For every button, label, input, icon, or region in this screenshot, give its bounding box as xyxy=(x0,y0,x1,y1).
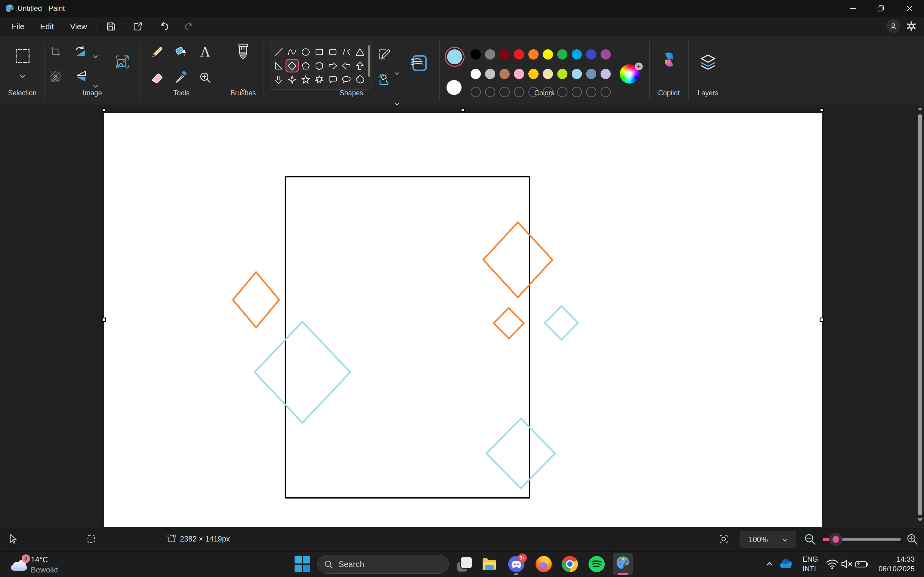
menu-view[interactable]: View xyxy=(66,17,92,36)
file-explorer-button[interactable] xyxy=(481,556,498,572)
shape-arrow-right[interactable] xyxy=(326,59,339,73)
add-color-icon[interactable]: + xyxy=(635,63,643,70)
shape-outline-chevron[interactable] xyxy=(395,70,399,75)
shape-callout-oval[interactable] xyxy=(340,73,353,86)
canvas-handle-top-left[interactable] xyxy=(102,108,106,112)
foreground-color-selected[interactable] xyxy=(445,47,465,67)
shape-rectangle[interactable] xyxy=(313,45,326,59)
palette-color-swatch[interactable] xyxy=(557,69,567,79)
shape-callout-cloud[interactable] xyxy=(353,73,367,86)
crop-button[interactable] xyxy=(48,45,63,59)
zoom-out-button[interactable] xyxy=(803,533,817,547)
palette-color-swatch[interactable] xyxy=(601,69,611,79)
shape-rounded-rectangle[interactable] xyxy=(326,45,339,59)
menu-file[interactable]: File xyxy=(6,17,29,36)
rotate-button[interactable] xyxy=(73,45,87,59)
zoom-in-button[interactable] xyxy=(906,533,919,547)
weather-widget[interactable]: 3 14°C Bewolkt xyxy=(11,557,89,576)
palette-color-swatch[interactable] xyxy=(586,69,596,79)
zoom-slider-thumb[interactable] xyxy=(829,533,842,546)
palette-color-swatch[interactable] xyxy=(557,49,567,60)
menu-edit[interactable]: Edit xyxy=(36,17,58,36)
canvas-handle-top-center[interactable] xyxy=(460,108,465,112)
firefox-button[interactable] xyxy=(535,556,552,572)
shape-outline-button[interactable] xyxy=(377,47,391,61)
spotify-button[interactable] xyxy=(588,556,605,572)
taskbar-search[interactable]: Search xyxy=(317,555,449,574)
palette-color-swatch[interactable] xyxy=(572,49,582,60)
palette-color-swatch[interactable] xyxy=(485,69,495,79)
canvas-handle-mid-right[interactable] xyxy=(820,318,824,322)
rotate-dropdown-chevron[interactable] xyxy=(93,53,98,58)
shape-fill-button[interactable] xyxy=(377,73,391,87)
stroke-size-button[interactable] xyxy=(410,55,427,72)
shape-star-6[interactable] xyxy=(313,73,326,86)
palette-color-swatch[interactable] xyxy=(601,49,611,60)
zoom-level-dropdown[interactable]: 100% xyxy=(740,531,796,548)
onedrive-button[interactable] xyxy=(778,556,795,572)
shape-ellipse[interactable] xyxy=(299,45,312,59)
palette-color-swatch[interactable] xyxy=(543,49,553,60)
shape-diamond[interactable] xyxy=(286,59,299,73)
selection-tool-button[interactable] xyxy=(15,48,31,64)
redo-button[interactable] xyxy=(182,20,195,33)
remove-background-button[interactable] xyxy=(48,69,63,84)
color-picker-tool-button[interactable] xyxy=(174,70,188,85)
shapes-gallery-scrollbar[interactable] xyxy=(368,45,370,77)
shape-star-5[interactable] xyxy=(299,73,312,86)
account-button[interactable] xyxy=(886,19,900,33)
shape-arrow-down[interactable] xyxy=(272,73,285,86)
start-button[interactable] xyxy=(294,556,311,572)
eraser-tool-button[interactable] xyxy=(150,70,164,85)
palette-color-swatch[interactable] xyxy=(499,49,510,60)
save-button[interactable] xyxy=(104,20,117,33)
brushes-button[interactable] xyxy=(235,43,251,62)
wifi-button[interactable] xyxy=(824,556,841,572)
shape-arrow-up[interactable] xyxy=(353,59,367,73)
selection-dropdown-chevron[interactable] xyxy=(20,73,25,78)
copilot-button[interactable] xyxy=(660,50,678,69)
palette-color-swatch[interactable] xyxy=(470,69,481,79)
shape-pentagon[interactable] xyxy=(299,59,312,73)
shape-arrow-left[interactable] xyxy=(340,59,353,73)
palette-color-swatch[interactable] xyxy=(470,49,481,60)
fill-tool-button[interactable] xyxy=(174,45,188,60)
magnifier-tool-button[interactable] xyxy=(198,70,212,85)
scrollbar-up-arrow[interactable] xyxy=(918,107,923,110)
flip-button[interactable] xyxy=(73,69,87,84)
pencil-tool-button[interactable] xyxy=(150,45,164,60)
palette-color-swatch[interactable] xyxy=(499,69,510,79)
chrome-button[interactable] xyxy=(561,556,578,572)
paint-taskbar-button[interactable] xyxy=(613,553,633,575)
palette-color-swatch[interactable] xyxy=(572,69,582,79)
battery-button[interactable] xyxy=(853,556,870,572)
shape-star-4[interactable] xyxy=(286,73,299,86)
layers-button[interactable] xyxy=(699,53,717,72)
fit-to-screen-button[interactable] xyxy=(719,534,729,545)
task-view-button[interactable] xyxy=(456,556,473,572)
shape-fill-chevron[interactable] xyxy=(395,101,399,106)
share-button[interactable] xyxy=(131,20,144,33)
palette-color-swatch[interactable] xyxy=(586,49,596,60)
undo-button[interactable] xyxy=(158,20,171,33)
tray-overflow-button[interactable] xyxy=(761,556,778,572)
shape-line[interactable] xyxy=(272,45,285,59)
vertical-scrollbar-thumb[interactable] xyxy=(918,114,922,515)
text-tool-button[interactable]: A xyxy=(198,45,212,59)
palette-color-swatch[interactable] xyxy=(528,69,539,79)
shape-polygon[interactable] xyxy=(340,45,353,59)
shape-hexagon[interactable] xyxy=(313,59,326,73)
palette-color-swatch[interactable] xyxy=(514,49,524,60)
palette-color-swatch[interactable] xyxy=(514,69,524,79)
drawing-canvas[interactable] xyxy=(104,113,822,527)
restore-button[interactable] xyxy=(867,0,895,17)
minimize-button[interactable] xyxy=(839,0,867,17)
shape-callout-rounded[interactable] xyxy=(326,73,339,86)
shape-right-triangle[interactable] xyxy=(272,59,285,73)
canvas-handle-top-right[interactable] xyxy=(820,108,824,112)
palette-color-swatch[interactable] xyxy=(528,49,539,60)
clock-widget[interactable]: 14:33 06/10/2025 xyxy=(872,554,915,574)
close-button[interactable] xyxy=(896,0,923,17)
scrollbar-down-arrow[interactable] xyxy=(918,518,923,522)
resize-image-button[interactable] xyxy=(114,53,131,70)
